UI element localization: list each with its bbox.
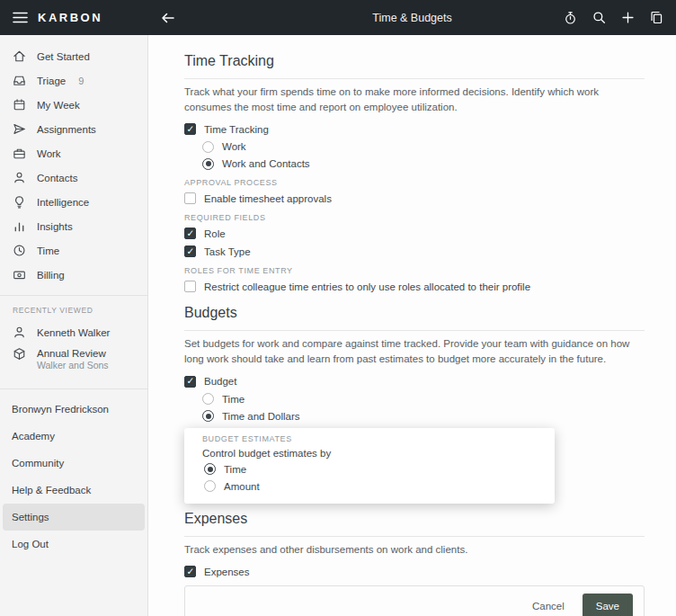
sidebar-item-label: Settings <box>12 512 49 522</box>
sidebar-item-contacts[interactable]: Contacts <box>0 165 147 190</box>
sidebar-item-profile[interactable]: Bronwyn Fredrickson <box>0 396 147 423</box>
sidebar-item-label: Work <box>37 148 61 159</box>
checkbox-label: Role <box>204 228 226 239</box>
sidebar-item-billing[interactable]: Billing <box>0 263 147 287</box>
sidebar-recent-contact[interactable]: Kenneth Walker <box>0 320 147 344</box>
estimate-amount-radio[interactable]: Amount <box>204 480 537 493</box>
pages-icon[interactable] <box>645 7 667 29</box>
radio-label: Time <box>224 464 246 475</box>
sidebar-item-label: Billing <box>37 270 65 281</box>
budget-estimates-control-label: Control budget estimates by <box>202 448 537 459</box>
budgets-title: Budgets <box>184 305 645 331</box>
recently-viewed-caption: RECENTLY VIEWED <box>0 302 147 320</box>
timer-icon[interactable] <box>559 7 581 29</box>
radio-dot <box>204 480 216 492</box>
budget-estimates-popover: BUDGET ESTIMATES Control budget estimate… <box>184 428 555 504</box>
sidebar-item-work[interactable]: Work <box>0 141 147 165</box>
checkbox-label: Restrict colleague time entries to only … <box>204 281 530 292</box>
sidebar-item-my-week[interactable]: My Week <box>0 93 147 117</box>
budget-time-radio[interactable]: Time <box>202 393 645 406</box>
top-bar: KARBON Time & Budgets <box>0 0 676 35</box>
checkbox-box <box>184 281 196 292</box>
sidebar-item-assignments[interactable]: Assignments <box>0 117 147 141</box>
brand-logo: KARBON <box>38 11 102 24</box>
sidebar-item-label: Community <box>12 458 64 469</box>
restrict-roles-checkbox[interactable]: Restrict colleague time entries to only … <box>184 280 645 293</box>
checkbox-label: Time Tracking <box>204 124 269 135</box>
time-tracking-checkbox[interactable]: Time Tracking <box>184 122 645 136</box>
sidebar-recent-work-item[interactable]: Annual Review Walker and Sons <box>0 344 147 380</box>
menu-icon[interactable] <box>9 7 31 29</box>
checkbox-box <box>184 246 196 257</box>
sidebar-divider <box>0 295 147 296</box>
sidebar-divider <box>0 388 147 389</box>
sidebar-item-triage[interactable]: Triage 9 <box>0 68 147 93</box>
task-type-checkbox[interactable]: Task Type <box>184 245 645 258</box>
sidebar-item-label: Get Started <box>37 51 90 62</box>
sidebar: Get Started Triage 9 My Week Assignm <box>0 35 148 616</box>
sidebar-item-label: Triage <box>37 76 66 86</box>
sidebar-item-label: Academy <box>12 431 55 442</box>
radio-dot <box>204 463 216 475</box>
time-tracking-description: Track what your firm spends time on to m… <box>184 85 645 114</box>
radio-label: Time <box>222 394 245 405</box>
expenses-checkbox[interactable]: Expenses <box>184 565 645 578</box>
sidebar-item-label: Insights <box>37 221 73 232</box>
radio-dot <box>202 141 214 153</box>
approval-process-heading: APPROVAL PROCESS <box>184 179 645 187</box>
radio-label: Work <box>222 141 246 152</box>
sidebar-item-label: Bronwyn Fredrickson <box>12 404 109 415</box>
save-button[interactable]: Save <box>583 594 633 616</box>
sidebar-item-label: Time <box>37 246 59 256</box>
radio-dot <box>202 158 214 170</box>
person-icon <box>12 171 26 184</box>
recent-work-title: Annual Review <box>37 347 109 360</box>
recent-work-subtitle: Walker and Sons <box>37 360 109 371</box>
checkbox-box <box>184 192 196 204</box>
cancel-button[interactable]: Cancel <box>532 601 565 612</box>
work-and-contacts-radio[interactable]: Work and Contacts <box>202 157 645 170</box>
triage-count-badge: 9 <box>78 76 84 86</box>
checkbox-box <box>184 566 196 577</box>
radio-label: Time and Dollars <box>222 411 300 422</box>
sidebar-item-community[interactable]: Community <box>0 450 147 477</box>
budget-time-dollars-radio[interactable]: Time and Dollars <box>202 410 645 423</box>
sidebar-item-time[interactable]: Time <box>0 238 147 263</box>
karbon-app: KARBON Time & Budgets <box>0 0 676 616</box>
home-icon <box>12 49 26 63</box>
sidebar-item-insights[interactable]: Insights <box>0 214 147 238</box>
role-checkbox[interactable]: Role <box>184 227 645 240</box>
radio-dot <box>202 393 214 405</box>
briefcase-icon <box>12 147 26 160</box>
enable-timesheet-approvals-checkbox[interactable]: Enable timesheet approvals <box>184 192 645 205</box>
sidebar-item-get-started[interactable]: Get Started <box>0 44 147 68</box>
sidebar-item-settings[interactable]: Settings <box>3 504 145 531</box>
budget-checkbox[interactable]: Budget <box>184 375 645 388</box>
add-icon[interactable] <box>617 7 638 29</box>
radio-label: Work and Contacts <box>222 158 310 169</box>
back-arrow-icon[interactable] <box>156 7 178 29</box>
lightbulb-icon <box>12 195 26 209</box>
work-radio[interactable]: Work <box>202 140 645 153</box>
sidebar-item-label: Intelligence <box>37 197 89 208</box>
sidebar-item-help-feedback[interactable]: Help & Feedback <box>0 477 147 504</box>
sidebar-item-label: Assignments <box>37 124 96 135</box>
person-icon <box>12 326 26 339</box>
sidebar-item-label: Log Out <box>12 539 49 549</box>
sidebar-item-log-out[interactable]: Log Out <box>0 531 147 558</box>
inbox-icon <box>12 74 26 87</box>
top-actions <box>559 7 667 29</box>
estimate-time-radio[interactable]: Time <box>204 463 537 476</box>
sidebar-item-label: Help & Feedback <box>12 485 91 495</box>
assignments-icon <box>12 122 26 136</box>
budgets-description: Set budgets for work and compare against… <box>184 336 645 366</box>
billing-icon <box>12 268 26 281</box>
radio-dot <box>202 410 214 422</box>
clock-icon <box>12 244 26 257</box>
roles-for-time-entry-heading: ROLES FOR TIME ENTRY <box>184 267 645 275</box>
sidebar-item-intelligence[interactable]: Intelligence <box>0 190 147 214</box>
search-icon[interactable] <box>588 7 609 29</box>
time-tracking-title: Time Tracking <box>184 53 645 79</box>
sidebar-item-academy[interactable]: Academy <box>0 423 147 450</box>
checkbox-box <box>184 228 196 239</box>
